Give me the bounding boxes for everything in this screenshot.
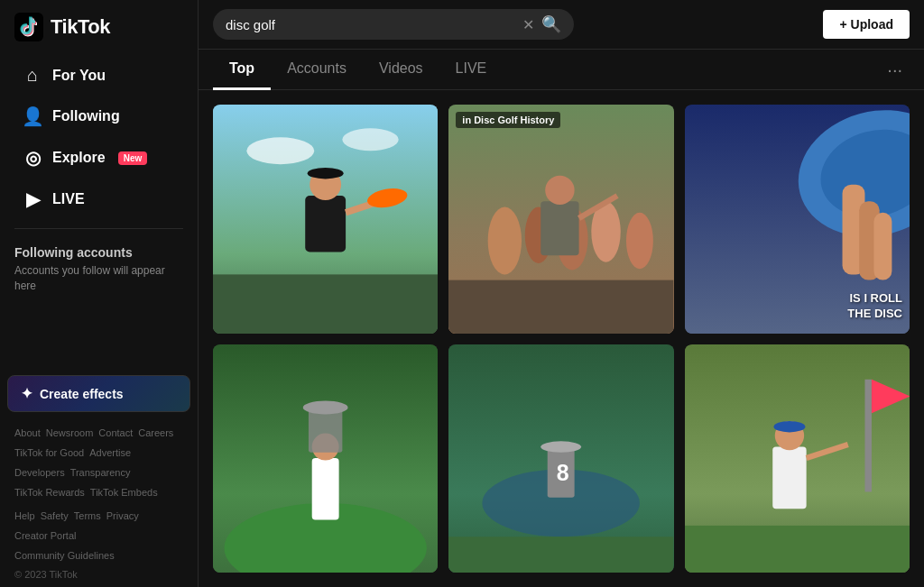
live-icon: ▶ [22,188,43,210]
following-accounts-section: Following accounts Accounts you follow w… [0,236,198,303]
svg-rect-5 [305,196,346,252]
svg-point-2 [246,137,314,164]
footer-link-transparency[interactable]: Transparency [70,467,131,478]
create-effects-button[interactable]: ✦ Create effects [7,375,190,412]
main-content: ✕ 🔍 + Upload Top Accounts Videos LIVE ··… [199,0,924,587]
footer-link-about[interactable]: About [14,427,41,438]
sidebar-item-explore[interactable]: ◎ Explore New [7,138,190,178]
svg-point-7 [308,168,344,179]
svg-point-11 [488,207,522,275]
video-thumbnail-5: 8 [448,344,673,573]
svg-rect-45 [685,525,910,573]
footer-link-community[interactable]: Community Guidelines [14,550,115,561]
sidebar-item-for-you[interactable]: ⌂ For You [7,56,190,95]
svg-rect-25 [873,213,892,280]
person-icon: 👤 [22,105,43,127]
video-thumbnail-2: in Disc Golf History 2022-6-26 [448,105,673,334]
video-thumbnail-3: IS I ROLL THE DISC 4-19 [685,105,910,334]
search-input[interactable] [226,17,515,32]
video-card-1[interactable]: 2022-10-11 How to get MORE POWER on your… [213,105,438,334]
footer-link-careers[interactable]: Careers [138,427,173,438]
tiktok-logo-icon [14,13,43,41]
footer-link-privacy[interactable]: Privacy [106,510,139,521]
following-accounts-subtitle: Accounts you follow will appear here [14,263,183,294]
tab-top[interactable]: Top [213,50,271,90]
video-thumbnail-4 [213,344,438,573]
svg-text:8: 8 [557,459,569,484]
tab-live[interactable]: LIVE [439,50,504,90]
sidebar-nav: ⌂ For You 👤 Following ◎ Explore New ▶ LI… [0,54,198,221]
svg-rect-39 [864,379,871,491]
svg-rect-17 [541,201,579,255]
sidebar-label-live: LIVE [52,191,85,207]
following-accounts-title: Following accounts [14,245,183,260]
video-thumbnail-1: 2022-10-11 [213,105,438,334]
upload-button[interactable]: + Upload [823,10,910,39]
video-overlay-3: IS I ROLL THE DISC [847,291,902,322]
home-icon: ⌂ [22,65,43,86]
svg-rect-37 [448,537,673,573]
footer-link-tiktokforgood[interactable]: TikTok for Good [14,447,84,458]
video-label-2: in Disc Golf History [456,112,560,128]
svg-point-35 [541,441,582,452]
create-effects-label: Create effects [40,387,124,401]
svg-rect-41 [772,446,806,509]
sidebar-divider [14,228,183,229]
search-tabs: Top Accounts Videos LIVE ··· [199,50,924,90]
svg-point-3 [342,128,398,151]
tabs-more-icon[interactable]: ··· [880,52,910,87]
footer-link-safety[interactable]: Safety [41,510,69,521]
footer-link-embeds[interactable]: TikTok Embeds [90,487,158,498]
svg-rect-30 [309,407,342,452]
tab-videos[interactable]: Videos [363,50,439,90]
footer-copyright: © 2023 TikTok [7,565,190,580]
clear-search-icon[interactable]: ✕ [522,16,534,33]
sparkle-icon: ✦ [21,385,32,402]
sidebar-label-following: Following [52,108,120,124]
svg-rect-4 [213,274,438,333]
search-icon: 🔍 [541,14,561,34]
search-bar[interactable]: ✕ 🔍 [213,9,574,40]
svg-point-15 [626,213,653,269]
new-badge: New [118,151,148,165]
video-card-6[interactable]: Wait for it!! [685,344,910,573]
compass-icon: ◎ [22,147,43,169]
logo[interactable]: TikTok [0,0,198,54]
svg-point-18 [546,176,575,205]
sidebar-footer: ✦ Create effects AboutNewsroomContactCar… [0,364,198,587]
svg-rect-16 [448,280,673,334]
footer-links: AboutNewsroomContactCareers TikTok for G… [7,423,190,565]
video-grid: 2022-10-11 How to get MORE POWER on your… [199,90,924,587]
svg-rect-28 [312,458,339,520]
sidebar-label-explore: Explore [52,150,106,166]
app-name: TikTok [51,15,110,39]
svg-rect-0 [14,13,43,41]
topbar: ✕ 🔍 + Upload [199,0,924,50]
video-card-3[interactable]: IS I ROLL THE DISC 4-19 Power grip ⭐ by … [685,105,910,334]
footer-link-rewards[interactable]: TikTok Rewards [14,487,85,498]
sidebar-label-for-you: For You [52,68,106,84]
video-card-5[interactable]: 8 [448,344,673,573]
footer-link-newsroom[interactable]: Newsroom [46,427,94,438]
video-thumbnail-6: Wait for it!! [685,344,910,573]
svg-point-43 [773,420,805,431]
tab-accounts[interactable]: Accounts [271,50,363,90]
footer-link-advertise[interactable]: Advertise [89,447,131,458]
footer-link-help[interactable]: Help [14,510,35,521]
video-card-2[interactable]: in Disc Golf History 2022-6-26 Happy one… [448,105,673,334]
footer-link-creator-portal[interactable]: Creator Portal [14,530,76,541]
video-card-4[interactable] [213,344,438,573]
footer-link-terms[interactable]: Terms [74,510,101,521]
sidebar-item-live[interactable]: ▶ LIVE [7,179,190,219]
footer-link-contact[interactable]: Contact [98,427,133,438]
sidebar: TikTok ⌂ For You 👤 Following ◎ Explore N… [0,0,199,587]
svg-point-31 [303,400,348,414]
footer-link-developers[interactable]: Developers [14,467,65,478]
sidebar-item-following[interactable]: 👤 Following [7,96,190,136]
